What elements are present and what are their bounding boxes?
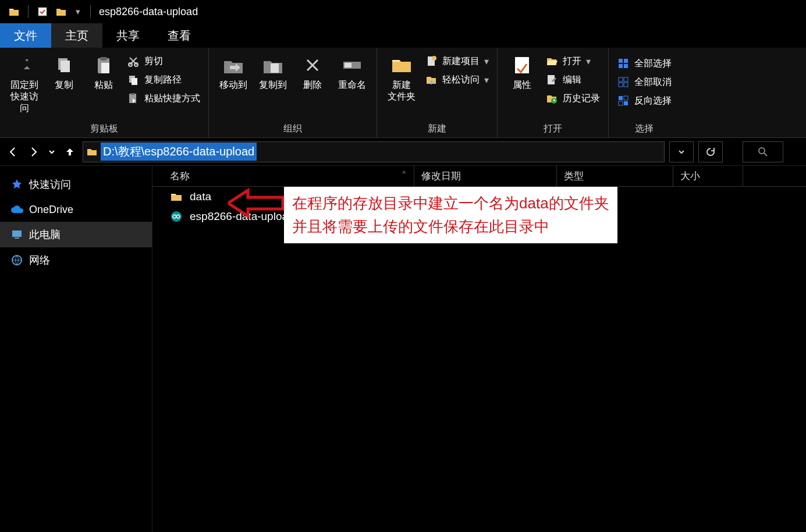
- open-icon: [545, 55, 558, 68]
- column-date[interactable]: 修改日期: [414, 166, 557, 186]
- copy-button[interactable]: 复制: [45, 51, 83, 93]
- new-item-button[interactable]: 新建项目 ▾: [422, 54, 491, 69]
- properties-label: 属性: [513, 79, 531, 91]
- refresh-button[interactable]: [698, 141, 723, 162]
- svg-rect-33: [12, 230, 22, 237]
- new-folder-icon: [390, 54, 413, 77]
- paste-shortcut-label: 粘贴快捷方式: [144, 93, 200, 105]
- open-label: 打开: [563, 55, 581, 68]
- edit-button[interactable]: 编辑: [543, 72, 602, 87]
- new-item-label: 新建项目: [442, 55, 480, 68]
- new-folder-label: 新建 文件夹: [388, 79, 416, 102]
- address-bar[interactable]: D:\教程\esp8266-data-upload: [83, 141, 665, 162]
- properties-shortcut-icon[interactable]: [37, 6, 48, 17]
- cut-button[interactable]: 剪切: [125, 54, 203, 69]
- sidebar-item-onedrive[interactable]: OneDrive: [0, 197, 152, 222]
- up-button[interactable]: [62, 144, 78, 160]
- column-size[interactable]: 大小: [673, 166, 743, 186]
- move-to-icon: [222, 54, 245, 77]
- select-all-icon: [617, 57, 630, 70]
- svg-rect-0: [38, 8, 47, 16]
- history-button[interactable]: 历史记录: [543, 91, 602, 106]
- sidebar-label: 网络: [29, 253, 50, 267]
- svg-rect-25: [624, 77, 628, 81]
- select-all-button[interactable]: 全部选择: [615, 56, 674, 71]
- properties-button[interactable]: 属性: [503, 51, 541, 93]
- arduino-icon: [170, 210, 183, 223]
- paste-icon: [92, 54, 115, 77]
- copy-icon: [52, 54, 76, 77]
- search-icon: [758, 147, 768, 157]
- svg-point-16: [432, 56, 436, 61]
- recent-dropdown[interactable]: [47, 144, 57, 160]
- sidebar-item-this-pc[interactable]: 此电脑: [0, 222, 152, 247]
- star-icon: [10, 178, 23, 191]
- svg-rect-24: [619, 77, 623, 81]
- select-none-button[interactable]: 全部取消: [615, 75, 674, 90]
- paste-button[interactable]: 粘贴: [85, 51, 122, 93]
- rename-icon: [340, 54, 364, 77]
- group-label-clipboard: 剪贴板: [90, 120, 118, 136]
- search-box[interactable]: [743, 141, 783, 162]
- select-none-icon: [617, 76, 630, 88]
- back-button[interactable]: [5, 144, 21, 160]
- titlebar: ▾ esp8266-data-upload: [0, 0, 806, 23]
- group-label-new: 新建: [428, 120, 446, 136]
- list-item[interactable]: esp8266-data-upload.ino: [152, 207, 806, 226]
- group-organize: 移动到 复制到 删除 重命名 组织: [209, 48, 377, 137]
- edit-icon: [545, 73, 558, 86]
- address-dropdown[interactable]: [669, 141, 694, 162]
- easy-access-label: 轻松访问: [442, 74, 480, 86]
- dropdown-icon[interactable]: ▾: [74, 6, 82, 17]
- move-to-button[interactable]: 移动到: [215, 51, 252, 93]
- group-label-select: 选择: [635, 120, 654, 136]
- svg-rect-23: [624, 64, 628, 68]
- forward-button[interactable]: [26, 144, 42, 160]
- copy-path-button[interactable]: 复制路径: [125, 72, 203, 87]
- paste-label: 粘贴: [94, 79, 113, 91]
- column-headers: 名称˄ 修改日期 类型 大小: [152, 166, 806, 187]
- select-all-label: 全部选择: [634, 58, 672, 70]
- easy-access-button[interactable]: 轻松访问 ▾: [422, 72, 491, 87]
- svg-rect-20: [619, 59, 623, 63]
- svg-rect-2: [61, 61, 70, 72]
- content-area: 快速访问 OneDrive 此电脑 网络 名称˄ 修改日期 类型 大小 data…: [0, 166, 806, 532]
- column-type[interactable]: 类型: [557, 166, 673, 186]
- svg-rect-4: [100, 57, 107, 61]
- address-path[interactable]: D:\教程\esp8266-data-upload: [101, 143, 257, 161]
- ribbon: 固定到 快速访问 复制 粘贴 剪切 复制路径: [0, 48, 806, 138]
- copy-path-label: 复制路径: [144, 74, 182, 86]
- open-button[interactable]: 打开 ▾: [543, 54, 602, 69]
- tab-file[interactable]: 文件: [0, 23, 51, 48]
- sidebar-label: 此电脑: [29, 228, 61, 242]
- copy-label: 复制: [55, 79, 73, 91]
- group-new: 新建 文件夹 新建项目 ▾ 轻松访问 ▾ 新建: [377, 48, 498, 137]
- sidebar-item-network[interactable]: 网络: [0, 247, 152, 273]
- list-item[interactable]: data: [152, 187, 806, 207]
- copy-to-button[interactable]: 复制到: [254, 51, 292, 93]
- folder-shortcut-icon[interactable]: [55, 6, 67, 17]
- move-to-label: 移动到: [219, 79, 247, 91]
- group-label-open: 打开: [544, 120, 562, 136]
- chevron-down-icon: ▾: [586, 56, 591, 67]
- tab-share[interactable]: 共享: [102, 23, 154, 48]
- rename-button[interactable]: 重命名: [333, 51, 371, 93]
- delete-button[interactable]: 删除: [294, 51, 331, 93]
- chevron-down-icon: ▾: [484, 56, 489, 67]
- svg-rect-11: [131, 93, 134, 95]
- new-folder-button[interactable]: 新建 文件夹: [383, 51, 420, 105]
- invert-label: 反向选择: [634, 95, 672, 107]
- pin-to-quick-access-button[interactable]: 固定到 快速访问: [6, 51, 43, 116]
- invert-selection-button[interactable]: 反向选择: [615, 93, 674, 108]
- tab-home[interactable]: 主页: [51, 23, 102, 48]
- delete-icon: [301, 54, 324, 77]
- folder-icon: [170, 190, 183, 203]
- pc-icon: [10, 228, 23, 241]
- column-name[interactable]: 名称˄: [152, 166, 414, 186]
- paste-shortcut-button[interactable]: 粘贴快捷方式: [125, 91, 203, 106]
- navbar: D:\教程\esp8266-data-upload: [0, 138, 806, 166]
- separator: [28, 5, 29, 18]
- sidebar-item-quick-access[interactable]: 快速访问: [0, 172, 152, 197]
- tab-view[interactable]: 查看: [154, 23, 205, 48]
- svg-rect-22: [619, 64, 623, 68]
